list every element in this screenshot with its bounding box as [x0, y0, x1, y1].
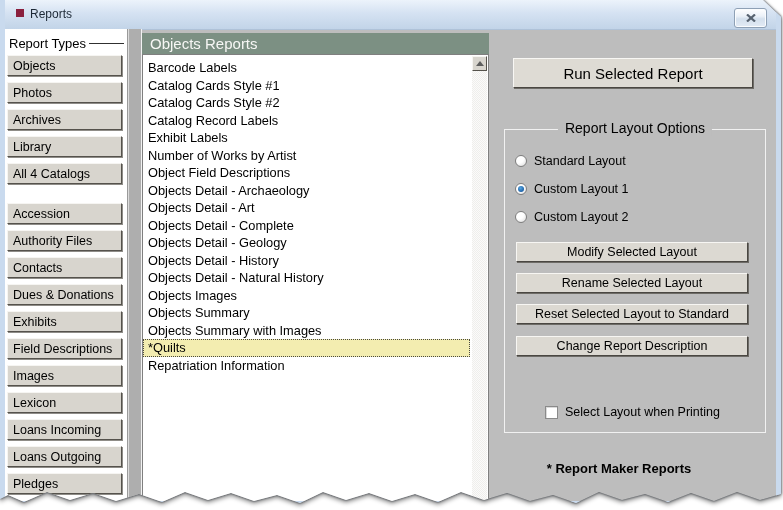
list-item[interactable]: Number of Works by Artist — [143, 147, 470, 165]
close-button[interactable] — [734, 8, 767, 28]
sidebar-item-field-descriptions[interactable]: Field Descriptions — [7, 338, 122, 359]
list-item[interactable]: Objects Detail - Archaeology — [143, 182, 470, 200]
report-types-rule — [89, 43, 124, 44]
rename-selected-layout-button[interactable]: Rename Selected Layout — [516, 273, 748, 293]
list-item[interactable]: Objects Detail - Geology — [143, 234, 470, 252]
list-item[interactable]: Object Field Descriptions — [143, 164, 470, 182]
window-title: Reports — [30, 7, 72, 21]
report-types-heading: Report Types — [9, 35, 124, 51]
radio-standard-layout[interactable]: Standard Layout — [515, 154, 626, 168]
sidebar-item-authority-files[interactable]: Authority Files — [7, 230, 122, 251]
select-layout-checkbox-row[interactable]: Select Layout when Printing — [545, 405, 720, 419]
list-item[interactable]: Repatriation Information — [143, 357, 470, 375]
list-item[interactable]: Objects Detail - Complete — [143, 217, 470, 235]
sidebar-item-loans-incoming[interactable]: Loans Incoming — [7, 419, 122, 440]
radio-icon[interactable] — [515, 155, 527, 167]
group-title: Report Layout Options — [558, 120, 712, 136]
list-header: Objects Reports — [142, 33, 489, 54]
list-item[interactable]: Barcode Labels — [143, 59, 470, 77]
change-report-description-button[interactable]: Change Report Description — [516, 336, 748, 356]
report-maker-footnote: * Report Maker Reports — [459, 461, 779, 476]
list-item[interactable]: Objects Images — [143, 287, 470, 305]
radio-dot — [518, 186, 524, 192]
panel-divider — [128, 29, 142, 506]
scroll-up-icon — [476, 61, 484, 66]
sidebar-item-objects[interactable]: Objects — [7, 55, 122, 76]
radio-label: Custom Layout 1 — [534, 182, 629, 196]
sidebar-item-photos[interactable]: Photos — [7, 82, 122, 103]
close-icon — [746, 14, 756, 22]
select-layout-checkbox-label: Select Layout when Printing — [565, 405, 720, 419]
sidebar-item-exhibits[interactable]: Exhibits — [7, 311, 122, 332]
radio-selected-icon[interactable] — [515, 183, 527, 195]
reports-window: Reports Report Types ObjectsPhotosArchiv… — [0, 0, 781, 506]
sidebar-item-accession[interactable]: Accession — [7, 203, 122, 224]
list-item[interactable]: Exhibit Labels — [143, 129, 470, 147]
radio-custom-layout-1[interactable]: Custom Layout 1 — [515, 182, 629, 196]
radio-label: Custom Layout 2 — [534, 210, 629, 224]
sidebar-item-pledges[interactable]: Pledges — [7, 473, 122, 494]
list-item[interactable]: Objects Summary with Images — [143, 322, 470, 340]
select-layout-checkbox[interactable] — [545, 406, 558, 419]
list-item[interactable]: Objects Detail - Art — [143, 199, 470, 217]
radio-label: Standard Layout — [534, 154, 626, 168]
radio-custom-layout-2[interactable]: Custom Layout 2 — [515, 210, 629, 224]
list-item[interactable]: Catalog Record Labels — [143, 112, 470, 130]
report-actions-panel: Run Selected Report Report Layout Option… — [489, 29, 771, 506]
list-item[interactable]: Objects Summary — [143, 304, 470, 322]
scroll-up-button[interactable] — [472, 56, 487, 71]
report-rows: Barcode LabelsCatalog Cards Style #1Cata… — [143, 59, 488, 374]
list-scrollbar[interactable] — [472, 56, 487, 501]
list-item[interactable]: Objects Detail - Natural History — [143, 269, 470, 287]
sidebar-group-gap — [5, 190, 127, 203]
run-selected-report-button[interactable]: Run Selected Report — [513, 58, 753, 88]
list-item[interactable]: Objects Detail - History — [143, 252, 470, 270]
modify-selected-layout-button[interactable]: Modify Selected Layout — [516, 242, 748, 262]
list-item[interactable]: Catalog Cards Style #1 — [143, 77, 470, 95]
list-item-selected[interactable]: *Quilts — [143, 339, 470, 357]
radio-icon[interactable] — [515, 211, 527, 223]
app-icon — [16, 9, 24, 17]
report-type-buttons: ObjectsPhotosArchivesLibraryAll 4 Catalo… — [5, 55, 127, 494]
sidebar-item-contacts[interactable]: Contacts — [7, 257, 122, 278]
reset-selected-layout-to-standard-button[interactable]: Reset Selected Layout to Standard — [516, 304, 748, 324]
sidebar-item-dues-donations[interactable]: Dues & Donations — [7, 284, 122, 305]
list-item[interactable]: Catalog Cards Style #2 — [143, 94, 470, 112]
sidebar-item-lexicon[interactable]: Lexicon — [7, 392, 122, 413]
screenshot: Reports Report Types ObjectsPhotosArchiv… — [0, 0, 783, 510]
title-bar: Reports — [0, 0, 781, 30]
report-types-label: Report Types — [9, 36, 86, 51]
sidebar-item-library[interactable]: Library — [7, 136, 122, 157]
sidebar-item-images[interactable]: Images — [7, 365, 122, 386]
report-layout-options-group: Report Layout Options Standard LayoutCus… — [504, 129, 766, 433]
report-types-panel: Report Types ObjectsPhotosArchivesLibrar… — [5, 29, 128, 506]
sidebar-item-archives[interactable]: Archives — [7, 109, 122, 130]
reports-listbox[interactable]: Barcode LabelsCatalog Cards Style #1Cata… — [142, 54, 489, 503]
sidebar-item-loans-outgoing[interactable]: Loans Outgoing — [7, 446, 122, 467]
sidebar-item-all-4-catalogs[interactable]: All 4 Catalogs — [7, 163, 122, 184]
client-area: Report Types ObjectsPhotosArchivesLibrar… — [5, 29, 771, 506]
reports-list-panel: Objects Reports Barcode LabelsCatalog Ca… — [142, 33, 489, 503]
